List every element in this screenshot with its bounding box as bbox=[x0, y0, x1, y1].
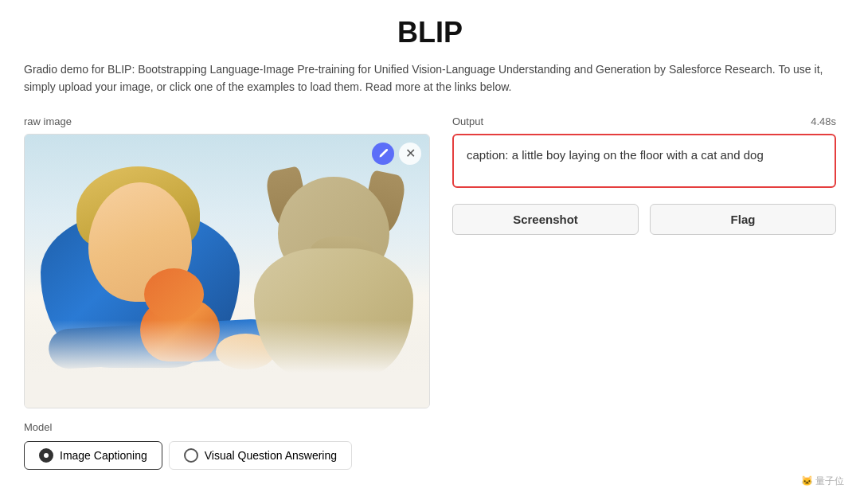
photo-scene bbox=[25, 135, 429, 408]
model-tabs: Image Captioning Visual Question Answeri… bbox=[24, 441, 430, 470]
image-container: ✕ bbox=[24, 134, 430, 408]
output-header: Output 4.48s bbox=[452, 115, 836, 127]
model-label: Model bbox=[24, 421, 430, 433]
action-buttons: Screenshot Flag bbox=[452, 204, 836, 235]
remove-image-button[interactable]: ✕ bbox=[399, 143, 421, 165]
tab-image-captioning[interactable]: Image Captioning bbox=[24, 441, 162, 470]
image-panel-label: raw image bbox=[24, 115, 430, 127]
output-caption: caption: a little boy laying on the floo… bbox=[467, 148, 764, 162]
photo-floor bbox=[25, 320, 429, 408]
output-label: Output bbox=[452, 115, 483, 127]
tab-vqa-label: Visual Question Answering bbox=[205, 449, 337, 462]
output-time: 4.48s bbox=[811, 115, 836, 127]
radio-image-captioning bbox=[39, 448, 53, 463]
screenshot-button[interactable]: Screenshot bbox=[452, 204, 639, 235]
radio-vqa bbox=[184, 448, 198, 463]
flag-button[interactable]: Flag bbox=[650, 204, 836, 235]
output-box: caption: a little boy laying on the floo… bbox=[452, 134, 836, 188]
watermark: 🐱 量子位 bbox=[801, 475, 844, 488]
image-toolbar: ✕ bbox=[372, 143, 421, 165]
cat-head bbox=[144, 268, 204, 320]
page-description: Gradio demo for BLIP: Bootstrapping Lang… bbox=[24, 61, 836, 96]
model-section: Model Image Captioning Visual Question A… bbox=[24, 421, 430, 470]
left-panel: raw image bbox=[24, 115, 430, 470]
page-title: BLIP bbox=[24, 16, 836, 49]
tab-image-captioning-label: Image Captioning bbox=[60, 449, 147, 462]
main-content: raw image bbox=[24, 115, 836, 470]
tab-vqa[interactable]: Visual Question Answering bbox=[169, 441, 352, 470]
edit-image-button[interactable] bbox=[372, 143, 394, 165]
right-panel: Output 4.48s caption: a little boy layin… bbox=[452, 115, 836, 235]
